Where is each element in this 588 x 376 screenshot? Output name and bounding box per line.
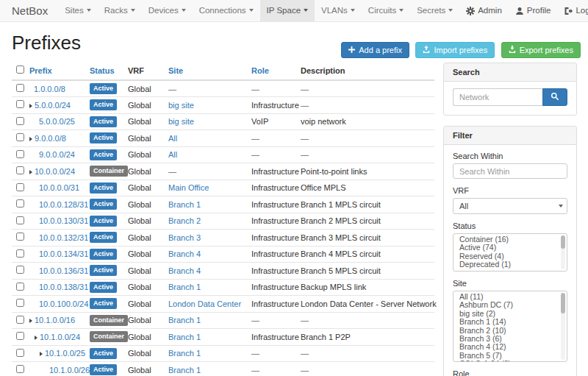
site-filter-option[interactable]: Branch 1 (14)	[453, 318, 567, 326]
prefix-link[interactable]: 5.0.0.0/25	[39, 117, 75, 126]
nav-item-racks[interactable]: Racks	[98, 0, 142, 21]
row-checkbox[interactable]	[16, 133, 24, 141]
prefix-link[interactable]: 10.1.0.0/26	[49, 366, 90, 375]
expand-caret-icon[interactable]	[35, 336, 37, 340]
site-link[interactable]: Main Office	[168, 183, 209, 192]
prefix-link[interactable]: 10.1.0.0/24	[40, 333, 80, 341]
prefix-link[interactable]: 10.1.0.0/16	[35, 316, 75, 324]
scrollbar-thumb[interactable]	[561, 293, 565, 313]
netbox-brand[interactable]: NetBox	[0, 0, 58, 21]
nav-item-connections[interactable]: Connections	[193, 0, 260, 21]
column-header-status[interactable]: Status	[88, 63, 126, 80]
row-checkbox[interactable]	[16, 150, 24, 158]
nav-item-secrets[interactable]: Secrets	[410, 0, 459, 21]
row-checkbox[interactable]	[16, 166, 24, 174]
prefix-link[interactable]: 10.0.0.128/31	[39, 200, 88, 209]
site-link[interactable]: Branch 3	[168, 233, 201, 242]
row-checkbox[interactable]	[16, 117, 24, 125]
expand-caret-icon[interactable]	[29, 104, 32, 108]
column-header-prefix[interactable]: Prefix	[28, 63, 88, 80]
site-cell: Main Office	[167, 180, 250, 196]
prefix-link[interactable]: 10.0.0.0/24	[35, 167, 75, 176]
navbar-profile-link[interactable]: Profile	[509, 0, 558, 21]
import-prefixes-button[interactable]: Import prefixes	[415, 42, 495, 58]
prefix-link[interactable]: 10.0.0.0/31	[39, 183, 79, 192]
site-link[interactable]: All	[168, 150, 177, 159]
prefix-link[interactable]: 10.0.0.132/31	[39, 233, 88, 242]
row-checkbox[interactable]	[16, 283, 24, 291]
site-link[interactable]: Branch 1	[168, 200, 201, 209]
nav-item-vlans[interactable]: VLANs	[315, 0, 362, 21]
row-checkbox[interactable]	[16, 349, 24, 357]
prefix-link[interactable]: 9.0.0.0/24	[39, 150, 75, 159]
nav-item-circuits[interactable]: Circuits	[362, 0, 410, 21]
nav-item-devices[interactable]: Devices	[142, 0, 193, 21]
column-header-role[interactable]: Role	[250, 63, 299, 80]
search-input[interactable]	[453, 88, 542, 106]
row-checkbox[interactable]	[16, 266, 24, 274]
select-all-checkbox[interactable]	[16, 65, 24, 74]
add-prefix-button[interactable]: Add a prefix	[341, 42, 409, 58]
row-checkbox[interactable]	[16, 299, 24, 307]
site-link[interactable]: Branch 4	[168, 249, 201, 258]
site-link[interactable]: Branch 1	[168, 366, 201, 375]
expand-caret-icon[interactable]	[40, 352, 43, 356]
site-link[interactable]: Branch 1	[168, 316, 201, 324]
prefix-link[interactable]: 1.0.0.0/8	[34, 85, 65, 93]
site-link[interactable]: Branch 1	[168, 349, 201, 358]
status-filter-option[interactable]: Deprecated (1)	[453, 260, 567, 269]
column-header-vrf: VRF	[126, 63, 167, 80]
site-link[interactable]: Branch 1	[168, 333, 201, 341]
row-checkbox[interactable]	[16, 100, 24, 108]
expand-caret-icon[interactable]	[29, 170, 32, 174]
nav-item-sites[interactable]: Sites	[58, 0, 98, 21]
export-prefixes-button[interactable]: Export prefixes	[501, 42, 581, 58]
site-link[interactable]: big site	[168, 101, 194, 110]
prefix-link[interactable]: 10.0.0.138/31	[39, 283, 88, 291]
row-checkbox[interactable]	[16, 233, 24, 241]
prefix-link[interactable]: 10.1.0.0/25	[45, 349, 85, 358]
site-listbox[interactable]: All (11)Ashburn DC (7)big site (2)Branch…	[453, 291, 567, 362]
prefix-link[interactable]: 10.0.0.130/31	[39, 216, 88, 225]
column-header-site[interactable]: Site	[167, 63, 250, 80]
role-cell: Infrastructure	[250, 97, 299, 114]
vrf-select[interactable]: All	[453, 198, 567, 214]
status-listbox[interactable]: Container (16)Active (74)Reserved (4)Dep…	[453, 233, 567, 272]
row-checkbox[interactable]	[16, 316, 24, 324]
row-checkbox[interactable]	[16, 199, 24, 207]
expand-caret-icon[interactable]	[29, 137, 32, 141]
vrf-value: Global	[128, 283, 151, 291]
search-within-input[interactable]	[453, 163, 567, 179]
row-checkbox[interactable]	[16, 183, 24, 191]
search-button[interactable]	[542, 88, 567, 106]
table-row: 10.1.0.0/24ContainerGlobalBranch 1Infras…	[12, 329, 434, 346]
prefix-cell: 10.1.0.0/16	[28, 312, 88, 329]
prefix-link[interactable]: 9.0.0.0/8	[35, 134, 66, 143]
chevron-down-icon	[182, 9, 186, 12]
prefix-link[interactable]: 10.0.0.134/31	[39, 249, 88, 258]
site-cell: Branch 1	[167, 345, 250, 362]
row-checkbox[interactable]	[16, 332, 24, 340]
navbar-log-out-link[interactable]: Log out	[557, 0, 588, 21]
prefix-link[interactable]: 5.0.0.0/24	[35, 101, 71, 110]
site-link[interactable]: London Data Center	[168, 299, 241, 308]
site-filter-option[interactable]: COLO-1-24 (3)	[453, 360, 567, 362]
site-link[interactable]: Branch 1	[168, 283, 201, 291]
chevron-down-icon	[304, 9, 308, 12]
expand-caret-icon[interactable]	[29, 319, 32, 323]
checkbox-cell	[12, 296, 28, 313]
site-link[interactable]: big site	[168, 117, 194, 126]
site-link[interactable]: Branch 2	[168, 216, 201, 225]
row-checkbox[interactable]	[16, 84, 24, 92]
navbar-admin-link[interactable]: Admin	[459, 0, 509, 21]
row-checkbox[interactable]	[16, 249, 24, 258]
site-link[interactable]: Branch 4	[168, 266, 201, 275]
prefix-link[interactable]: 10.0.100.0/24	[39, 299, 88, 308]
scrollbar-thumb[interactable]	[561, 235, 565, 249]
row-checkbox[interactable]	[16, 365, 24, 373]
prefix-link[interactable]: 10.0.0.136/31	[39, 266, 88, 275]
row-checkbox[interactable]	[16, 216, 24, 224]
site-link[interactable]: All	[168, 134, 177, 143]
nav-item-ip-space[interactable]: IP Space	[260, 0, 315, 21]
vrf-cell: Global	[126, 312, 167, 329]
